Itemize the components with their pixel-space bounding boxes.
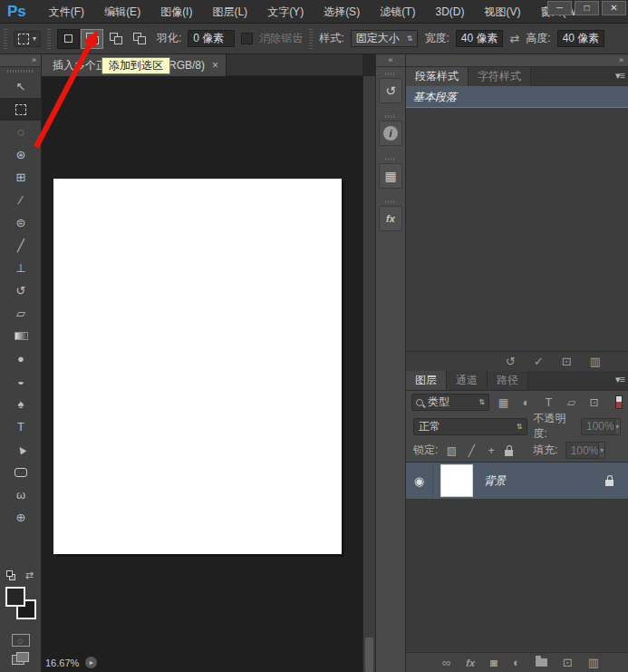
scrollbar-thumb[interactable]	[365, 638, 373, 672]
antialias-checkbox[interactable]	[241, 33, 253, 44]
tab-close-icon[interactable]: ×	[212, 59, 218, 72]
maximize-button[interactable]: □	[575, 1, 599, 15]
tool-type[interactable]: T	[0, 415, 42, 438]
menu-image[interactable]: 图像(I)	[150, 0, 202, 24]
tools-panel-header[interactable]: »	[0, 54, 41, 67]
default-colors-front-icon[interactable]	[6, 570, 13, 577]
filter-smart-objects-icon[interactable]: ⊡	[585, 396, 603, 409]
filter-type-layers-icon[interactable]: T	[540, 396, 557, 409]
filter-toggle-switch[interactable]	[615, 395, 623, 409]
menu-edit[interactable]: 编辑(E)	[94, 0, 150, 24]
close-button[interactable]: ✕	[602, 1, 626, 15]
tool-eyedropper[interactable]: ∕	[0, 189, 42, 211]
foreground-color-swatch[interactable]	[5, 587, 25, 607]
delete-layer-icon[interactable]: ▥	[588, 656, 599, 669]
tool-rectangular-marquee[interactable]	[0, 98, 42, 121]
new-group-icon[interactable]	[536, 658, 547, 667]
tool-hand[interactable]: ω	[0, 483, 42, 506]
tool-history-brush[interactable]: ↺	[0, 279, 42, 302]
tool-rounded-rectangle[interactable]	[0, 461, 42, 483]
menu-filter[interactable]: 滤镜(T)	[370, 0, 425, 24]
layer-visibility-toggle[interactable]: ◉	[406, 463, 433, 499]
tool-eraser[interactable]: ▱	[0, 302, 42, 325]
tool-path-selection[interactable]: ▲	[0, 438, 42, 461]
width-input[interactable]: 40 像素	[456, 30, 504, 47]
layer-style-fx-icon[interactable]: fx	[466, 657, 475, 668]
quick-mask-button[interactable]: ◌	[12, 634, 30, 647]
document-canvas[interactable]	[53, 179, 342, 554]
tool-blur[interactable]: ●	[0, 347, 42, 370]
tool-pen[interactable]: ♠	[0, 393, 42, 415]
tab-channels[interactable]: 通道	[447, 371, 488, 390]
panel-dock-header[interactable]: »	[406, 54, 628, 67]
style-select[interactable]: 固定大小 ⇅	[351, 30, 419, 47]
lock-transparent-pixels-icon[interactable]: ▨	[445, 444, 458, 457]
tab-paragraph-styles[interactable]: 段落样式	[406, 67, 469, 86]
tool-zoom[interactable]: ⊕	[0, 506, 42, 529]
dock-styles-panel-button[interactable]: fx	[378, 198, 403, 231]
fill-field[interactable]: 100% ▾	[565, 442, 605, 459]
minimize-button[interactable]: ─	[547, 1, 572, 15]
tab-paths[interactable]: 路径	[488, 371, 528, 390]
dock-history-panel-button[interactable]: ↺	[378, 70, 403, 103]
menu-view[interactable]: 视图(V)	[474, 0, 530, 24]
filter-kind-select[interactable]: 类型 ⇅	[411, 394, 489, 411]
tool-healing-brush[interactable]: ⊜	[0, 211, 42, 234]
layer-thumbnail[interactable]	[440, 464, 473, 497]
zoom-level-field[interactable]: 16.67%	[45, 657, 79, 668]
menu-layer[interactable]: 图层(L)	[202, 0, 257, 24]
height-input[interactable]: 40 像素	[557, 30, 605, 47]
fill-dropdown-icon[interactable]: ▾	[598, 443, 604, 458]
new-selection-button[interactable]	[57, 29, 80, 49]
dock-header[interactable]: «	[376, 54, 405, 67]
dock-info-panel-button[interactable]: i	[378, 112, 403, 146]
layers-menu-icon[interactable]: ▾≡	[615, 374, 624, 385]
status-menu-icon[interactable]: ▸	[85, 657, 97, 668]
lock-position-icon[interactable]: +	[485, 444, 498, 457]
vertical-scrollbar[interactable]	[362, 76, 375, 672]
swap-dimensions-icon[interactable]: ⇄	[509, 32, 519, 45]
screen-mode-button[interactable]	[12, 652, 30, 667]
opacity-dropdown-icon[interactable]: ▾	[614, 419, 620, 434]
subtract-from-selection-button[interactable]	[104, 29, 127, 49]
background-lock-icon[interactable]	[605, 480, 614, 486]
style-item-basic-paragraph[interactable]: 基本段落	[406, 86, 628, 108]
add-to-selection-button[interactable]	[81, 29, 103, 49]
menu-select[interactable]: 选择(S)	[314, 0, 370, 24]
lock-image-pixels-icon[interactable]: ╱	[465, 444, 478, 457]
new-layer-icon[interactable]: ⊡	[563, 656, 573, 669]
tab-character-styles[interactable]: 字符样式	[469, 67, 531, 86]
blend-mode-select[interactable]: 正常 ⇅	[413, 418, 527, 435]
opacity-field[interactable]: 100% ▾	[581, 418, 621, 435]
tool-brush[interactable]: ╱	[0, 234, 42, 257]
tool-lasso[interactable]: ◌	[0, 121, 42, 143]
link-layers-icon[interactable]: ∞	[442, 656, 450, 669]
delete-style-icon[interactable]: ▥	[590, 355, 601, 368]
filter-adjustment-layers-icon[interactable]: ◐	[517, 396, 535, 409]
tool-clone-stamp[interactable]: ⊥	[0, 257, 42, 279]
redefine-style-icon[interactable]: ✓	[534, 355, 544, 368]
new-style-icon[interactable]: ⊡	[562, 355, 572, 368]
lock-all-icon[interactable]	[505, 450, 513, 456]
tool-gradient[interactable]	[0, 325, 42, 347]
filter-shape-layers-icon[interactable]: ▱	[563, 396, 580, 409]
tool-preset-picker[interactable]: ▾	[14, 31, 41, 47]
menu-type[interactable]: 文字(Y)	[257, 0, 314, 24]
menu-3d[interactable]: 3D(D)	[425, 0, 474, 24]
tab-layers[interactable]: 图层	[406, 371, 447, 390]
swap-colors-icon[interactable]: ⇄	[25, 570, 34, 581]
new-adjustment-layer-icon[interactable]: ◐	[513, 656, 520, 669]
tool-quick-selection[interactable]: ⊛	[0, 143, 42, 166]
filter-pixel-layers-icon[interactable]: ▦	[495, 396, 512, 409]
dock-swatches-panel-button[interactable]: ▦	[378, 155, 403, 189]
feather-input[interactable]: 0 像素	[188, 30, 235, 47]
layer-row-background[interactable]: ◉ 背景	[406, 463, 628, 499]
tool-move[interactable]: ↖	[0, 75, 42, 98]
intersect-selection-button[interactable]	[128, 29, 150, 49]
tool-crop[interactable]: ⊞	[0, 166, 42, 189]
clear-override-icon[interactable]: ↺	[506, 355, 516, 368]
tool-dodge[interactable]: ◒	[0, 370, 42, 393]
menu-file[interactable]: 文件(F)	[39, 0, 94, 24]
add-layer-mask-icon[interactable]: ◙	[490, 656, 498, 669]
panel-menu-icon[interactable]: ▾≡	[615, 70, 624, 82]
